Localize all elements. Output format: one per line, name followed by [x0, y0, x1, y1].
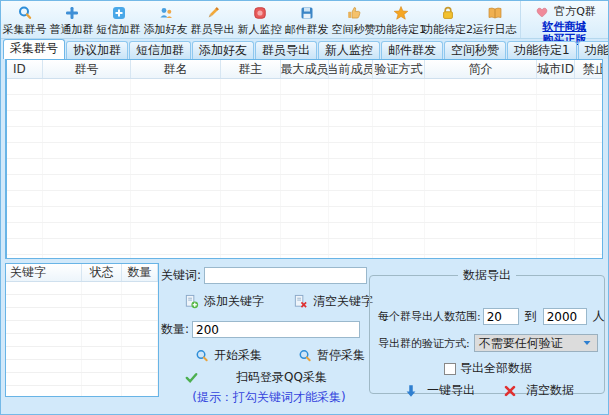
table-row [7, 143, 602, 159]
pencil-icon [204, 4, 221, 21]
tab-7[interactable]: 空间秒赞 [444, 41, 506, 59]
export-verify-label: 导出群的验证方式: [378, 336, 470, 351]
export-all-row: 导出全部数据 [378, 360, 598, 377]
table-row [7, 191, 602, 207]
collect-hint-text: (提示：打勾关键词才能采集) [161, 389, 377, 406]
clear-data-button[interactable]: 清空数据 [501, 382, 574, 399]
tab-6[interactable]: 邮件群发 [381, 41, 443, 59]
chevron-down-icon [578, 335, 595, 352]
column-header[interactable]: ID [7, 60, 43, 78]
store-link-line1[interactable]: 软件商城 [521, 21, 608, 33]
tab-5[interactable]: 新人监控 [318, 41, 380, 59]
keyword-column-header[interactable]: 数量 [122, 264, 158, 281]
start-collect-label: 开始采集 [214, 347, 262, 364]
export-groupbox: 数据导出 每个群导出人数范围: 到 人 导出群的验证方式: 不需要任何验证 导出… [369, 267, 605, 394]
toolbar-button-newcomer-monitor[interactable]: 新人监控 [236, 1, 283, 38]
export-button[interactable]: 一键导出 [402, 382, 475, 399]
keyword-input-row: 关键词: [161, 267, 367, 284]
column-header[interactable]: 群名 [131, 60, 221, 78]
toolbar-button-join-sms[interactable]: 短信加群 [95, 1, 142, 38]
keyword-input[interactable] [204, 267, 367, 284]
table-row [7, 111, 602, 127]
column-header[interactable]: 验证方式 [373, 60, 425, 78]
add-keyword-button[interactable]: 添加关键字 [183, 293, 264, 310]
toolbar-button-join-normal[interactable]: 普通加群 [48, 1, 95, 38]
save-icon [298, 4, 315, 21]
tab-2[interactable]: 短信加群 [129, 41, 191, 59]
toolbar-button-label: 功能待定2 [422, 22, 473, 37]
tab-4[interactable]: 群员导出 [255, 41, 317, 59]
toolbar-button-label: 群员导出 [191, 22, 235, 37]
export-all-checkbox[interactable] [444, 363, 456, 375]
add-document-icon [183, 293, 200, 310]
toolbar-button-export-members[interactable]: 群员导出 [189, 1, 236, 38]
scan-login-label: 扫码登录QQ采集 [236, 369, 327, 386]
down-arrow-icon [402, 382, 419, 399]
tab-1[interactable]: 协议加群 [66, 41, 128, 59]
collect-buttons-row: 开始采集 暂停采集 [161, 347, 367, 364]
column-header[interactable]: 禁止 [575, 60, 603, 78]
scan-login-button[interactable]: 扫码登录QQ采集 [183, 369, 327, 386]
pause-collect-button[interactable]: 暂停采集 [296, 347, 365, 364]
toolbar-button-label: 运行日志 [473, 22, 517, 37]
toolbar-button-qzone-like[interactable]: 空间秒赞 [330, 1, 377, 38]
table-row [7, 159, 602, 175]
range-unit-label: 人 [593, 308, 605, 325]
toolbar-button-add-friend[interactable]: 添加好友 [142, 1, 189, 38]
people-icon [157, 4, 174, 21]
table-row [7, 175, 602, 191]
toolbar-button-email-blast[interactable]: 邮件群发 [283, 1, 330, 38]
group-table-body [7, 79, 602, 259]
quantity-row: 数量: [161, 321, 367, 338]
range-to-label: 到 [525, 308, 537, 325]
column-header[interactable]: 群主 [221, 60, 281, 78]
start-collect-button[interactable]: 开始采集 [193, 347, 262, 364]
keyword-table-body [6, 282, 158, 397]
tab-3[interactable]: 添加好友 [192, 41, 254, 59]
keyword-column-header[interactable]: 关键字 [6, 264, 82, 281]
verify-method-select[interactable]: 不需要任何验证 [474, 334, 598, 352]
heart-icon [533, 3, 550, 20]
plus-square-icon [110, 4, 127, 21]
toolbar-button-feature-1[interactable]: 功能待定1 [377, 1, 424, 38]
magnifier-icon [193, 347, 210, 364]
quantity-input[interactable] [192, 321, 360, 338]
column-header[interactable]: 简介 [425, 60, 537, 78]
table-row [7, 127, 602, 143]
column-header[interactable]: 最大成员 [281, 60, 329, 78]
export-button-label: 一键导出 [427, 382, 475, 399]
toolbar-button-collect-groups[interactable]: 采集群号 [1, 1, 48, 38]
collect-panel: 关键词: 添加关键字 清空关键字 数量: 开始采集 暂停采集 [161, 263, 367, 411]
export-range-label: 每个群导出人数范围: [378, 309, 481, 324]
toolbar-button-feature-2[interactable]: 功能待定2 [424, 1, 471, 38]
keyword-row [6, 360, 158, 373]
column-header[interactable]: 群号 [43, 60, 131, 78]
clear-keyword-label: 清空关键字 [313, 293, 373, 310]
keyword-column-header[interactable]: 状态 [82, 264, 122, 281]
table-row [7, 223, 602, 239]
clear-document-icon [292, 293, 309, 310]
range-min-input[interactable] [483, 308, 519, 325]
toolbar-button-label: 普通加群 [50, 22, 94, 37]
range-max-input[interactable] [543, 308, 587, 325]
official-group-label: 官方Q群 [554, 4, 596, 19]
keyword-row [6, 373, 158, 386]
star-icon [392, 4, 409, 21]
tab-9[interactable]: 功能待定2 [578, 41, 609, 59]
table-row [7, 95, 602, 111]
keyword-table: 关键字状态数量 [5, 263, 159, 397]
keyword-row [6, 295, 158, 308]
tab-8[interactable]: 功能待定1 [507, 41, 577, 59]
record-icon [251, 4, 268, 21]
clear-keyword-button[interactable]: 清空关键字 [292, 293, 373, 310]
keyword-row [6, 334, 158, 347]
tab-0[interactable]: 采集群号 [3, 39, 65, 59]
toolbar-button-run-log[interactable]: 运行日志 [471, 1, 518, 38]
toolbar-button-label: 添加好友 [144, 22, 188, 37]
toolbar: 采集群号普通加群短信加群添加好友群员导出新人监控邮件群发空间秒赞功能待定1功能待… [1, 1, 608, 39]
quantity-label: 数量: [161, 321, 189, 338]
clear-data-label: 清空数据 [526, 382, 574, 399]
column-header[interactable]: 城市ID [537, 60, 575, 78]
thumbs-up-icon [345, 4, 362, 21]
column-header[interactable]: 当前成员 [329, 60, 373, 78]
